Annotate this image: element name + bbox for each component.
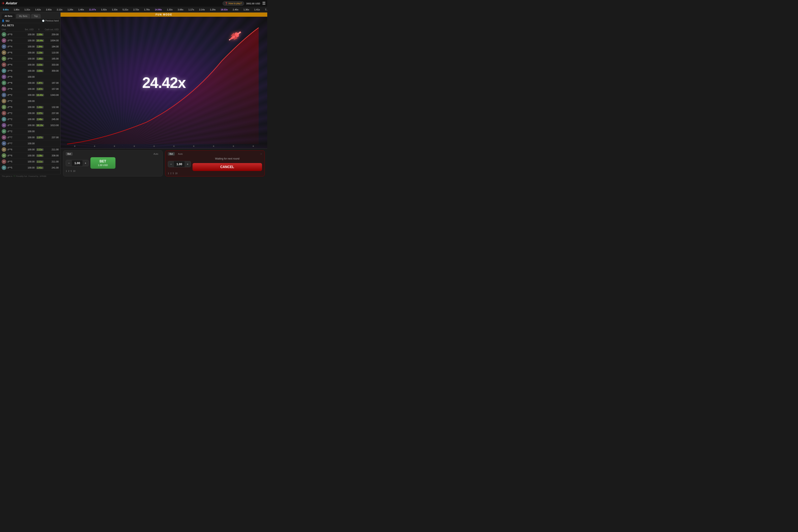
- quick-5-1[interactable]: 5: [71, 170, 72, 172]
- quick-1-2[interactable]: 1: [168, 172, 169, 174]
- bet-button-1[interactable]: BET 1.00 USD: [90, 157, 115, 169]
- bet-tab-2[interactable]: Bet: [168, 152, 175, 155]
- logo-plane-icon: ✈: [2, 1, 5, 6]
- bet-user: d***8: [7, 82, 23, 84]
- avatar: D: [2, 69, 6, 73]
- game-area: FUN MODE: [60, 13, 267, 178]
- multiplier-ticker: 8.60x1.80x1.31x1.62x2.93x2.12x1.20x1.40x…: [0, 7, 267, 13]
- bet-amount: 100.00: [23, 106, 35, 108]
- sidebar-tab-my-bets[interactable]: My Bets: [16, 14, 30, 18]
- bet-value-1: 1.00: [72, 162, 82, 165]
- bet-panel-1: Bet Auto − 1.00 + BET 1.00 USD 1: [63, 150, 163, 176]
- footer: This game is 🛡 Provably Fair Powered by …: [0, 174, 60, 178]
- how-to-play-button[interactable]: ❓ How to play?: [223, 1, 244, 6]
- logo-text: Aviator: [6, 1, 17, 5]
- bet-cashout: 211.00: [45, 160, 59, 163]
- quick-2-2[interactable]: 2: [170, 172, 172, 174]
- bet-panel-2: Bet Auto − − 1.00 + Waiting for next rou…: [165, 150, 265, 176]
- ticker-item: 1.80x: [13, 8, 21, 11]
- bets-table-header: User Bet, USD X Cash out, USD: [0, 28, 60, 32]
- sidebar-tab-top[interactable]: Top: [31, 14, 41, 18]
- bet-amount: 100.00: [23, 166, 35, 169]
- bet-amount: 100.00: [23, 76, 35, 78]
- bet-multiplier: 2.37x: [35, 112, 45, 114]
- previous-hand-button[interactable]: 🕐 Previous hand: [42, 20, 59, 22]
- quick-1-1[interactable]: 1: [66, 170, 67, 172]
- bet-panel-1-tabs: Bet Auto: [66, 152, 160, 155]
- bet-multiplier: 1.84x: [35, 45, 45, 48]
- ticker-item: 1.36x: [242, 8, 250, 11]
- table-row: Dd***6100.001.10x110.00: [0, 50, 60, 56]
- quick-10-2[interactable]: 10: [175, 172, 177, 174]
- table-row: Dd***4100.001.65x165.00: [0, 56, 60, 62]
- bet-minus-2[interactable]: −: [168, 161, 174, 167]
- bet-plus-2[interactable]: +: [185, 161, 190, 167]
- top-bar: ✈ Aviator ❓ How to play? 3002.68 USD ☰: [0, 0, 267, 7]
- menu-button[interactable]: ☰: [262, 1, 266, 6]
- bet-cashout: 1343.00: [45, 94, 59, 96]
- timeline-dot: [233, 146, 234, 147]
- shield-icon: 🛡: [14, 175, 16, 177]
- avatar: D: [2, 153, 6, 158]
- question-icon: ❓: [225, 2, 228, 5]
- bet-multiplier: 3.38x: [35, 154, 45, 157]
- bet-user: d***5: [7, 160, 23, 163]
- bet-amount-control-1: − 1.00 +: [66, 160, 89, 166]
- table-row: Dd***2100.002.37x237.00: [0, 110, 60, 116]
- bet-plus-1[interactable]: +: [82, 160, 88, 166]
- table-row: Dd***2100.00: [0, 98, 60, 104]
- bet-value-2: 1.00: [174, 163, 185, 166]
- ticker-item: 2.40x: [231, 8, 240, 11]
- table-row: Dd***2100.002.45x245.00: [0, 116, 60, 122]
- cancel-button[interactable]: CANCEL: [192, 163, 262, 171]
- bet-user: d***9: [7, 106, 23, 108]
- bet-cashout: 1004.00: [45, 39, 59, 42]
- bet-multiplier: 1.10x: [35, 51, 45, 54]
- table-row: Dd***4100.001.84x184.00: [0, 44, 60, 50]
- bet-cashout: 110.00: [45, 51, 59, 54]
- bet-user: d***5: [7, 167, 23, 169]
- ticker-item: 1.31x: [23, 8, 32, 11]
- avatar: D: [2, 99, 6, 103]
- quick-10-1[interactable]: 10: [73, 170, 75, 172]
- quick-2-1[interactable]: 2: [68, 170, 70, 172]
- bet-amount: 100.00: [23, 112, 35, 114]
- ticker-item: 5.21x: [121, 8, 130, 11]
- user-count: 562: [6, 20, 10, 22]
- bet-cashout: 333.00: [45, 63, 59, 66]
- quick-5-2[interactable]: 5: [173, 172, 174, 174]
- bet-multiplier: 1.65x: [35, 57, 45, 60]
- fun-mode-banner: FUN MODE: [60, 13, 267, 17]
- bet-cashout: 197.00: [45, 82, 59, 84]
- bet-amount: 100.00: [23, 124, 35, 127]
- bet-user: d***2: [7, 124, 23, 127]
- ticker-item: 2.72x: [132, 8, 140, 11]
- bet-user: d***7: [7, 142, 23, 145]
- avatar: D: [2, 93, 6, 97]
- ticker-item: 8.60x: [2, 8, 10, 11]
- table-row: Dd***9100.002.59x259.00: [0, 32, 60, 38]
- bet-amount: 100.00: [23, 94, 35, 96]
- bet-user: d***2: [7, 118, 23, 120]
- bet-amount: 100.00: [23, 33, 35, 36]
- bet-cashout: 237.00: [45, 112, 59, 114]
- all-bets-header: ALL BETS: [0, 23, 60, 28]
- multiplier-display: 24.42x: [142, 74, 186, 91]
- ticker-item: 2.12x: [56, 8, 64, 11]
- bet-minus-1[interactable]: −: [66, 160, 72, 166]
- bet-multiplier: 1.57x: [35, 88, 45, 90]
- sidebar-tab-all-bets[interactable]: All Bets: [2, 14, 15, 18]
- auto-tab-2[interactable]: Auto: [176, 152, 185, 155]
- auto-tab-1[interactable]: Auto: [152, 152, 160, 155]
- minimize-button[interactable]: −: [260, 152, 262, 155]
- timeline-dot: [193, 146, 194, 147]
- bet-amount: 100.00: [23, 45, 35, 48]
- bet-user: d***9: [7, 39, 23, 42]
- bet-tab-1[interactable]: Bet: [66, 152, 73, 155]
- ticker-item: 1.02x: [100, 8, 108, 11]
- bet-user: d***6: [7, 149, 23, 151]
- bet-input-row-2: − 1.00 + Waiting for next round CANCEL: [168, 157, 262, 171]
- timeline-dot: [253, 146, 254, 147]
- ticker-item: 18.53x: [220, 8, 229, 11]
- bet-controls: Bet Auto − 1.00 + BET 1.00 USD 1: [60, 149, 267, 178]
